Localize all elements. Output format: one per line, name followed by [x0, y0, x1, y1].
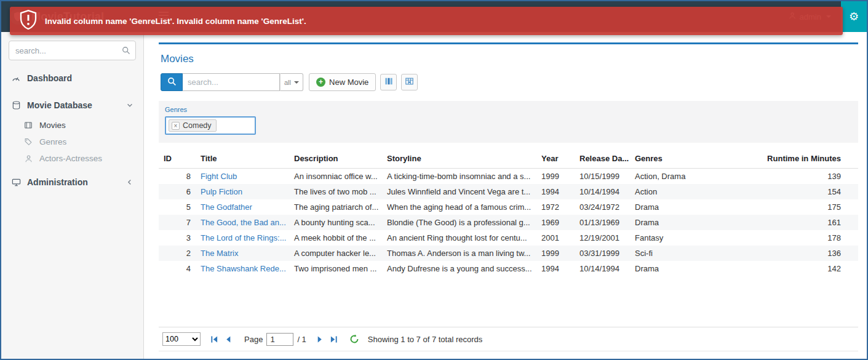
cell-id: 2 [159, 246, 196, 261]
movie-title-link[interactable]: The Good, the Bad an... [201, 218, 286, 227]
cell-year: 1999 [536, 246, 575, 261]
filter-panel: Genres × Comedy [159, 101, 858, 143]
col-header-description[interactable]: Description [289, 150, 382, 169]
sidebar-nav: Dashboard Movie Database [1, 66, 143, 194]
new-movie-button[interactable]: + New Movie [309, 73, 376, 91]
sidebar-item-label: Movie Database [27, 100, 92, 110]
cell-year: 2001 [536, 230, 575, 246]
genres-filter-label[interactable]: Genres [165, 106, 852, 113]
table-row[interactable]: 6Pulp FictionThe lives of two mob ...Jul… [159, 184, 858, 199]
filter-tag-label: Comedy [183, 121, 212, 130]
cell-storyline: An ancient Ring thought lost for centu..… [382, 230, 536, 246]
movie-title-link[interactable]: The Matrix [201, 249, 238, 258]
col-header-release-date[interactable]: Release Da... [575, 150, 630, 169]
remove-tag-icon[interactable]: × [172, 122, 180, 130]
prev-page-button[interactable] [225, 335, 233, 343]
cell-storyline: A ticking-time-bomb insomniac and a s... [382, 169, 536, 185]
page-label: Page [244, 335, 263, 344]
cell-genres: Action, Drama [630, 169, 751, 185]
cell-description: A bounty hunting sca... [289, 215, 382, 230]
movie-title-link[interactable]: The Godfather [201, 202, 252, 212]
first-page-button[interactable] [210, 335, 218, 343]
cell-runtime: 178 [751, 230, 858, 246]
columns-icon [384, 77, 393, 87]
app-window: MovieTutorial admin ⚙ Invalid column nam… [0, 0, 868, 360]
cell-release_date: 10/14/1994 [575, 184, 630, 199]
cell-genres: Drama [630, 215, 751, 230]
cell-description: A meek hobbit of the ... [289, 230, 382, 246]
page-size-select[interactable]: 100 [162, 332, 201, 346]
cell-genres: Fantasy [630, 230, 751, 246]
sidebar-item-label: Administration [27, 177, 88, 187]
cell-storyline: Thomas A. Anderson is a man living tw... [382, 246, 536, 261]
col-header-title[interactable]: Title [196, 150, 289, 169]
sidebar-item-label: Dashboard [27, 73, 72, 83]
cell-genres: Action [630, 184, 751, 199]
sidebar-item-label: Genres [39, 137, 66, 146]
sidebar-item-actors-actresses[interactable]: Actors-Actresses [1, 150, 143, 167]
table-row[interactable]: 8Fight ClubAn insomniac office w...A tic… [159, 169, 858, 185]
table-row[interactable]: 3The Lord of the Rings:...A meek hobbit … [159, 230, 858, 246]
table-row[interactable]: 2The MatrixA computer hacker le...Thomas… [159, 246, 858, 261]
next-page-button[interactable] [316, 335, 324, 343]
cell-title: Fight Club [196, 169, 289, 185]
genres-filter-input[interactable]: × Comedy [165, 116, 256, 135]
shield-warning-icon [20, 10, 37, 32]
grid-toolbar: all + New Movie [161, 73, 858, 91]
movie-title-link[interactable]: Fight Club [201, 172, 237, 181]
table-export-icon [405, 77, 414, 87]
sidebar: Dashboard Movie Database [1, 32, 144, 359]
cell-year: 1994 [536, 261, 575, 276]
sidebar-item-movie-database[interactable]: Movie Database [1, 94, 143, 117]
caret-down-icon [294, 81, 299, 84]
cell-title: The Shawshank Rede... [196, 261, 289, 276]
page-number-input[interactable] [266, 333, 293, 346]
cell-description: A computer hacker le... [289, 246, 382, 261]
sidebar-item-administration[interactable]: Administration [1, 170, 143, 194]
cell-description: An insomniac office w... [289, 169, 382, 185]
cell-id: 6 [159, 184, 196, 199]
quick-search-input[interactable] [183, 73, 280, 91]
records-summary: Showing 1 to 7 of 7 total records [368, 335, 482, 344]
movie-title-link[interactable]: The Lord of the Rings:... [201, 233, 286, 242]
settings-button[interactable]: ⚙ [841, 1, 867, 32]
cell-genres: Drama [630, 199, 751, 215]
chevron-down-icon [126, 102, 133, 109]
table-row[interactable]: 5The GodfatherThe aging patriarch of...W… [159, 199, 858, 215]
cell-title: The Godfather [196, 199, 289, 215]
tag-icon [23, 138, 33, 146]
search-field-dropdown[interactable]: all [280, 73, 303, 91]
col-header-year[interactable]: Year [536, 150, 575, 169]
col-header-id[interactable]: ID [159, 150, 196, 169]
movie-title-link[interactable]: The Shawshank Rede... [201, 264, 286, 273]
new-movie-label: New Movie [329, 78, 368, 87]
table-row[interactable]: 7The Good, the Bad an...A bounty hunting… [159, 215, 858, 230]
table-row[interactable]: 4The Shawshank Rede...Two imprisoned men… [159, 261, 858, 276]
movies-icon [23, 121, 33, 129]
cell-runtime: 142 [751, 261, 858, 276]
col-header-genres[interactable]: Genres [630, 150, 751, 169]
error-alert[interactable]: Invalid column name 'GenreList'. Invalid… [10, 7, 843, 35]
movies-table-body: 8Fight ClubAn insomniac office w...A tic… [159, 169, 858, 277]
cell-release_date: 12/19/2001 [575, 230, 630, 246]
refresh-button[interactable] [349, 334, 359, 344]
export-button[interactable] [401, 74, 418, 90]
movie-title-link[interactable]: Pulp Fiction [201, 187, 242, 196]
sidebar-search-input[interactable] [9, 41, 136, 60]
filter-tag: × Comedy [169, 119, 217, 132]
sidebar-item-genres[interactable]: Genres [1, 134, 143, 150]
sidebar-item-dashboard[interactable]: Dashboard [1, 66, 143, 90]
quick-search-button[interactable] [161, 73, 183, 91]
quick-search-group: all [161, 73, 303, 91]
cell-runtime: 175 [751, 199, 858, 215]
person-icon [23, 154, 33, 163]
database-icon [11, 100, 21, 110]
column-picker-button[interactable] [380, 74, 397, 90]
cell-storyline: Jules Winnfield and Vincent Vega are t..… [382, 184, 536, 199]
last-page-button[interactable] [330, 335, 338, 343]
cell-title: The Lord of the Rings:... [196, 230, 289, 246]
sidebar-item-movies[interactable]: Movies [1, 117, 143, 134]
col-header-runtime[interactable]: Runtime in Minutes [751, 150, 858, 169]
col-header-storyline[interactable]: Storyline [382, 150, 536, 169]
cell-storyline: Andy Dufresne is a young and success... [382, 261, 536, 276]
